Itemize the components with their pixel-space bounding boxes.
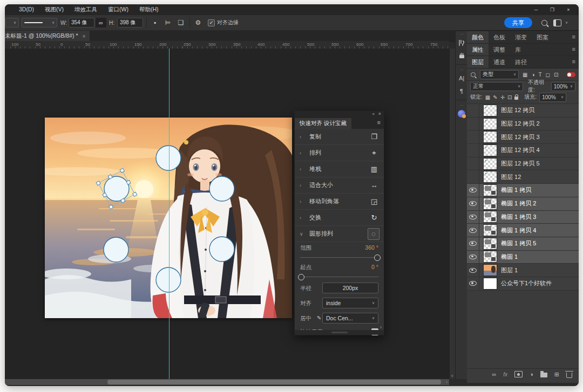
libraries-sphere-icon[interactable] [456,107,467,120]
layer-thumbnail[interactable] [483,158,497,170]
panel-tab[interactable]: 通道 [489,56,510,68]
path-operations-button[interactable]: ▪ [150,18,160,27]
lock-paint-icon[interactable]: ✎ [493,94,497,100]
close-panel-icon[interactable]: × [378,111,381,116]
range-slider[interactable] [295,254,384,262]
layer-thumbnail[interactable] [483,171,497,183]
layer-thumbnail[interactable] [483,145,497,156]
panel-menu-icon[interactable]: ≡ [572,46,575,52]
start-slider-knob[interactable] [298,274,304,280]
layer-row[interactable]: 公众号下1个好软件 [467,277,579,291]
layer-row[interactable]: 图层 12 拷贝 3 [467,130,579,144]
layer-thumbnail[interactable] [483,251,497,263]
menu-item[interactable]: 窗口(W) [108,6,128,13]
horizontal-scrollbar-thumb[interactable] [107,380,441,384]
layer-thumbnail[interactable] [483,184,497,196]
range-slider-knob[interactable] [374,255,381,261]
start-slider[interactable] [295,273,384,281]
pixel-layer-filter-icon[interactable]: ▦ [523,72,527,78]
visibility-toggle[interactable] [467,264,479,277]
menu-item[interactable]: 帮助(H) [139,6,159,13]
align-section-row[interactable]: › 复制 ❐ [295,129,384,145]
horizontal-scrollbar[interactable]: › [5,379,449,385]
layer-row[interactable]: 椭圆 1 拷贝 4 [467,224,579,237]
menu-item[interactable]: 3D(D) [19,6,34,13]
layer-thumbnail[interactable] [483,278,497,290]
panel-tab[interactable]: 库 [510,44,526,56]
panel-tab[interactable]: 调整 [489,44,510,56]
panel-menu-icon[interactable]: ≡ [572,33,575,40]
shape-layer-filter-icon[interactable]: ◻ [546,72,550,78]
quick-align-tab[interactable]: 快速对齐 设计宝藏 [295,118,351,129]
filter-type-dropdown[interactable]: 类型∨ [480,70,519,79]
minimize-button[interactable]: ─ [528,4,544,15]
layer-row[interactable]: 图层 12 拷贝 2 [467,118,579,131]
new-group-folder-icon[interactable] [540,371,547,377]
visibility-toggle[interactable] [467,170,479,183]
layer-thumbnail[interactable] [483,198,497,210]
link-layers-icon[interactable]: ∞ [492,371,497,377]
layer-thumbnail[interactable] [483,131,497,143]
layer-row[interactable]: 椭圆 1 拷贝 5 [467,237,579,251]
align-section-row[interactable]: › 适合大小 ↔ [295,177,384,194]
delete-layer-trash-icon[interactable] [566,371,572,378]
document-tab[interactable]: 未标题-1 @ 100%(RGB/8#) * × [5,31,90,42]
panel-tab[interactable]: 渐变 [510,31,532,43]
layer-row[interactable]: 椭圆 1 拷贝 2 [467,197,579,211]
visibility-toggle[interactable] [467,144,479,157]
align-section-row[interactable]: › 排列 ⌖ [295,145,384,161]
smart-object-filter-icon[interactable]: ⊡ [554,72,558,78]
layer-thumbnail[interactable] [483,264,497,276]
blend-mode-dropdown[interactable]: 正常∨ [470,82,523,91]
panel-tab[interactable]: 路径 [510,56,532,68]
brushes-icon[interactable] [456,49,467,62]
visibility-toggle[interactable] [467,277,479,290]
workspace-chevron-icon[interactable]: ∨ [565,18,568,27]
panel-scroll-down-icon[interactable]: ∨ [379,325,382,329]
close-button[interactable]: × [560,4,577,15]
scroll-right-icon[interactable]: › [446,380,448,384]
align-section-row[interactable]: › 堆栈 ▥ [295,161,384,177]
visibility-toggle[interactable] [467,237,479,250]
menu-item[interactable]: 视图(V) [45,6,64,13]
layer-row[interactable]: 椭圆 1 拷贝 3 [467,211,579,224]
lock-position-icon[interactable]: ✛ [500,94,505,100]
layer-thumbnail[interactable] [483,211,497,223]
panel-tab[interactable]: 属性 [467,44,489,56]
character-panel-icon[interactable]: A| [456,72,467,85]
align-section-row[interactable]: › 交换 ↻ [295,210,384,226]
visibility-toggle[interactable] [467,197,479,210]
menu-item[interactable]: 增效工具 [74,6,97,13]
panel-menu-icon[interactable]: ≡ [377,119,381,126]
path-alignment-button[interactable]: ⊨ [162,18,173,27]
layer-row[interactable]: 图层 12 拷贝 4 [467,144,579,157]
tab-close-icon[interactable]: × [83,33,86,39]
filter-toggle[interactable] [567,72,575,77]
scroll-down-icon[interactable]: ∨ [451,374,453,378]
height-field[interactable]: 398 像 [117,18,143,27]
layer-row[interactable]: 图层 12 [467,170,579,184]
opacity-value[interactable]: 100%∨ [551,82,575,91]
layer-row[interactable]: 图层 12 拷贝 5 [467,157,579,171]
width-field[interactable]: 354 像 [69,18,94,27]
visibility-toggle[interactable] [467,224,479,237]
layer-thumbnail[interactable] [483,238,497,250]
layer-thumbnail[interactable] [483,105,497,116]
layer-mask-icon[interactable] [514,371,523,377]
lock-all-icon[interactable] [514,97,518,100]
stroke-style-dropdown[interactable]: ∨ [22,18,57,27]
panel-tab[interactable]: 图案 [532,31,553,43]
search-icon[interactable] [541,18,547,27]
layer-row[interactable]: 图层 12 拷贝 [467,104,579,118]
fill-value[interactable]: 100%∨ [539,93,566,102]
pencil-icon[interactable]: ✎ [317,315,321,321]
restore-button[interactable]: ❐ [544,4,560,15]
layer-thumbnail[interactable] [483,224,497,236]
visibility-toggle[interactable] [467,130,479,143]
fill-dropdown-partial[interactable]: ∨ [5,18,19,27]
new-layer-icon[interactable]: ⊞ [554,371,559,378]
layer-style-fx-icon[interactable]: fx [503,372,507,377]
layer-row[interactable]: 图层 1 [467,264,579,277]
align-section-row[interactable]: › 移动到角落 ◲ [295,194,384,210]
lock-artboard-icon[interactable]: ⊡ [507,94,512,100]
